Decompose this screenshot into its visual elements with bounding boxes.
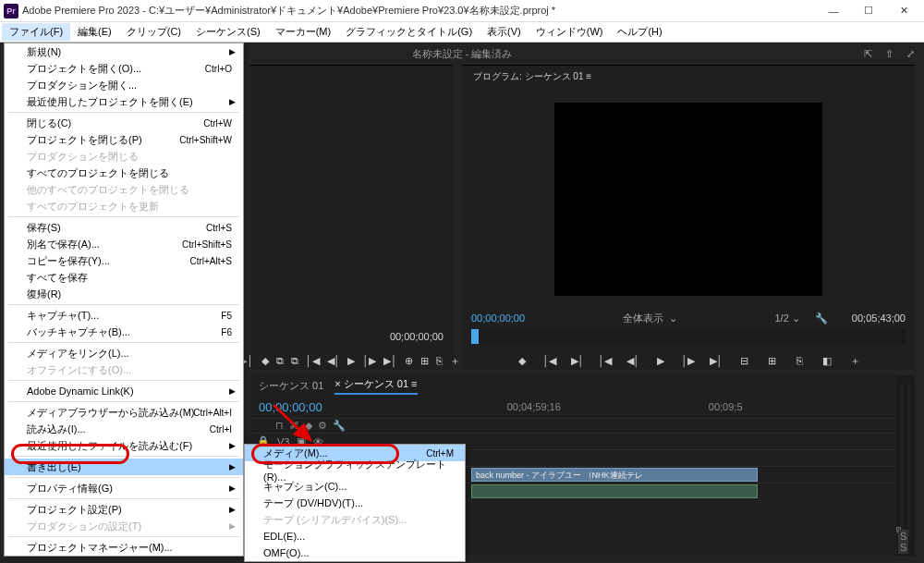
file-menu-item[interactable]: プロジェクト設定(P)▶ (5, 501, 243, 518)
video-clip[interactable]: back number - アイラブユー （NHK連続テレ (471, 468, 758, 482)
prog-play-icon[interactable]: ▶ (650, 351, 671, 370)
prog-in-icon[interactable]: │◀ (540, 351, 560, 370)
file-menu-item[interactable]: バッチキャプチャ(B)...F6 (5, 324, 243, 340)
file-menu-item[interactable]: すべてを保存 (5, 269, 243, 286)
submenu-arrow-icon: ▶ (229, 521, 236, 531)
export-submenu-item[interactable]: テープ (DV/HDV)(T)... (245, 495, 465, 511)
file-menu-item[interactable]: 新規(N)▶ (5, 43, 243, 60)
file-menu-item[interactable]: プロジェクトマネージャー(M)... (5, 539, 243, 556)
prog-lift-icon[interactable]: ⊟ (734, 351, 754, 370)
file-menu-item: すべてのプロジェクトを更新 (5, 198, 243, 214)
program-preview[interactable] (554, 103, 822, 296)
menu-window[interactable]: ウィンドウ(W) (529, 23, 611, 41)
source-duration: 00;00;00;00 (390, 331, 444, 342)
file-menu-item[interactable]: プロジェクトを開く(O)...Ctrl+O (5, 60, 243, 77)
export-submenu-item[interactable]: OMF(O)... (245, 545, 465, 561)
prog-plus-icon[interactable]: ＋ (845, 351, 865, 370)
file-menu-item[interactable]: すべてのプロジェクトを閉じる (5, 165, 243, 181)
prog-step-back-icon[interactable]: ◀│ (623, 351, 643, 370)
src-overwrite-icon[interactable]: ⊞ (420, 351, 429, 370)
export-submenu-item[interactable]: モーショングラフィックステンプレート(R)... (245, 461, 465, 478)
src-step-fwd-icon[interactable]: │▶ (362, 351, 376, 370)
src-icon[interactable]: ⧉ (276, 351, 284, 370)
solo-right[interactable]: S (898, 541, 908, 554)
svg-line-0 (274, 405, 310, 440)
wrench-icon[interactable]: 🔧 (815, 312, 828, 324)
export-submenu-item[interactable]: EDL(E)... (245, 528, 465, 545)
menu-file[interactable]: ファイル(F) (2, 23, 70, 41)
file-menu-item[interactable]: コピーを保存(Y)...Ctrl+Alt+S (5, 252, 243, 269)
src-insert-icon[interactable]: ⊕ (405, 351, 413, 370)
playhead-icon[interactable] (471, 329, 479, 344)
src-plus-icon[interactable]: ＋ (450, 351, 460, 370)
src-next-icon[interactable]: ▶│ (383, 351, 397, 370)
file-menu-item[interactable]: キャプチャ(T)...F5 (5, 307, 243, 324)
import-icon[interactable]: ⇱ (864, 48, 872, 60)
file-menu-item[interactable]: 最近使用したプロジェクトを開く(E)▶ (5, 93, 243, 110)
src-play-icon[interactable]: ▶ (347, 351, 355, 370)
src-icon2[interactable]: ⧉ (291, 351, 298, 370)
src-step-back-icon[interactable]: ◀│ (327, 351, 341, 370)
file-menu-item[interactable]: プロパティ情報(G)▶ (5, 480, 243, 496)
minimize-button[interactable]: — (817, 2, 850, 20)
file-menu-item[interactable]: 保存(S)Ctrl+S (5, 219, 243, 236)
prog-next-icon[interactable]: ▶│ (706, 351, 726, 370)
prog-marker-icon[interactable]: ◆ (512, 351, 532, 370)
wrench-icon[interactable]: 🔧 (333, 420, 346, 432)
shortcut-label: Ctrl+Shift+W (179, 135, 232, 145)
fit-dropdown[interactable]: 全体表示⌄ (617, 310, 683, 327)
menu-graphics[interactable]: グラフィックとタイトル(G) (338, 23, 480, 41)
file-menu-item[interactable]: 別名で保存(A)...Ctrl+Shift+S (5, 236, 243, 252)
file-menu-item[interactable]: Adobe Dynamic Link(K)▶ (5, 383, 243, 399)
workspace-label[interactable]: 名称未設定 - 編集済み (412, 47, 513, 61)
menu-clip[interactable]: クリップ(C) (119, 23, 188, 41)
prog-extract-icon[interactable]: ⊞ (761, 351, 782, 370)
program-tab[interactable]: プログラム: シーケンス 01 ≡ (462, 66, 915, 86)
src-prev-icon[interactable]: │◀ (306, 351, 320, 370)
program-scrubber[interactable] (471, 329, 906, 344)
file-menu-item[interactable]: 復帰(R) (5, 286, 243, 302)
timeline-tab-2[interactable]: × シーケンス 01 ≡ (334, 377, 417, 395)
file-menu-item[interactable]: 読み込み(I)...Ctrl+I (5, 421, 243, 437)
menu-marker[interactable]: マーカー(M) (268, 23, 339, 41)
titlebar: Pr Adobe Premiere Pro 2023 - C:¥ユーザー¥Adm… (0, 0, 924, 22)
close-button[interactable]: ✕ (887, 2, 920, 20)
export-icon[interactable]: ⇧ (885, 48, 894, 60)
export-submenu-item[interactable]: キャプション(C)... (245, 478, 465, 495)
shortcut-label: Ctrl+W (203, 118, 232, 129)
file-menu-item[interactable]: メディアブラウザーから読み込み(M)Ctrl+Alt+I (5, 404, 243, 421)
file-menu-item[interactable]: メディアをリンク(L)... (5, 345, 243, 361)
file-menu-item[interactable]: プロダクションを開く... (5, 77, 243, 93)
file-menu-item[interactable]: 最近使用したファイルを読み込む(F)▶ (5, 437, 243, 454)
chevron-down-icon: ⌄ (669, 312, 677, 324)
menu-edit[interactable]: 編集(E) (70, 23, 119, 41)
shortcut-label: F6 (221, 327, 232, 337)
src-export-icon[interactable]: ⎘ (436, 351, 443, 370)
timeline-tab-1[interactable]: シーケンス 01 (259, 379, 323, 393)
shortcut-label: Ctrl+Alt+I (193, 408, 232, 418)
src-marker-icon[interactable]: ◆ (261, 351, 269, 370)
program-duration: 00;05;43;00 (852, 312, 906, 324)
file-menu-item: プロダクションを閉じる (5, 148, 243, 165)
prog-prev-icon[interactable]: │◀ (595, 351, 615, 370)
menu-sequence[interactable]: シーケンス(S) (188, 23, 268, 41)
zoom-dropdown[interactable]: 1/2 ⌄ (775, 312, 800, 324)
prog-out-icon[interactable]: ▶│ (567, 351, 588, 370)
maximize-button[interactable]: ☐ (852, 2, 885, 20)
program-current-time[interactable]: 00;00;00;00 (471, 312, 525, 324)
menu-help[interactable]: ヘルプ(H) (610, 23, 669, 41)
file-menu: 新規(N)▶プロジェクトを開く(O)...Ctrl+Oプロダクションを開く...… (4, 43, 244, 557)
file-menu-item[interactable]: 書き出し(E)▶ (5, 459, 243, 475)
submenu-arrow-icon: ▶ (229, 505, 236, 514)
file-menu-item[interactable]: プロジェクトを閉じる(P)Ctrl+Shift+W (5, 131, 243, 148)
fullscreen-icon[interactable]: ⤢ (906, 48, 915, 60)
file-menu-item[interactable]: 閉じる(C)Ctrl+W (5, 115, 243, 131)
prog-compare-icon[interactable]: ◧ (817, 351, 837, 370)
menu-view[interactable]: 表示(V) (480, 23, 529, 41)
file-menu-item: オフラインにする(O)... (5, 361, 243, 378)
prog-export-frame-icon[interactable]: ⎘ (789, 351, 809, 370)
audio-clip[interactable] (471, 484, 758, 498)
shortcut-label: Ctrl+O (205, 64, 232, 74)
prog-step-fwd-icon[interactable]: │▶ (678, 351, 699, 370)
shortcut-label: Ctrl+I (210, 424, 232, 434)
